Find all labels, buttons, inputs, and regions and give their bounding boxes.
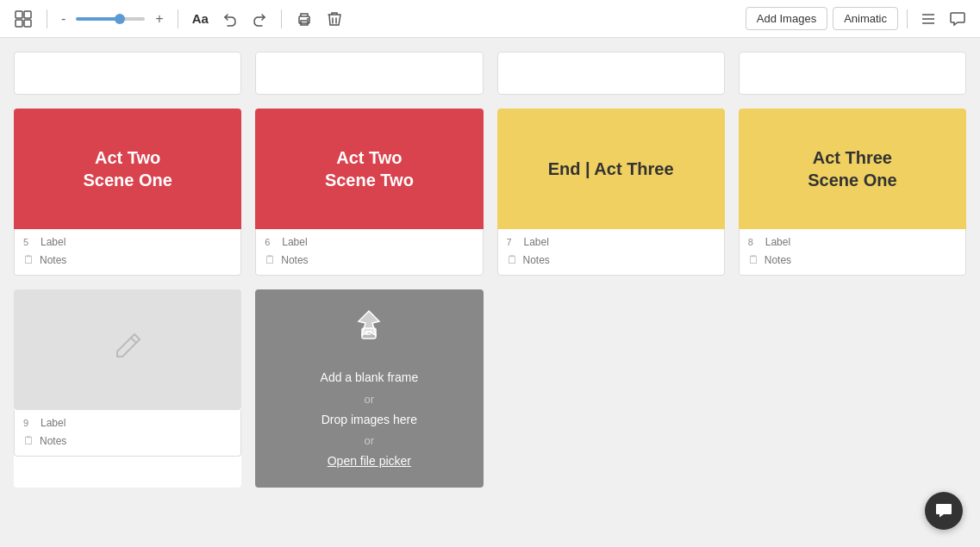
- svg-rect-3: [24, 20, 31, 27]
- card-6-label-input[interactable]: [282, 236, 473, 248]
- card-9-label-row: 9: [23, 417, 232, 429]
- chat-fab-button[interactable]: [925, 492, 963, 530]
- svg-rect-0: [16, 11, 22, 18]
- card-9-number: 9: [23, 418, 35, 428]
- card-7-label-input[interactable]: [524, 236, 715, 248]
- divider-4: [907, 9, 908, 28]
- print-icon[interactable]: [292, 7, 316, 31]
- zoom-out-button[interactable]: -: [58, 9, 69, 28]
- card-8-number: 8: [748, 237, 760, 247]
- svg-rect-9: [362, 328, 376, 339]
- card-5-label-input[interactable]: [41, 236, 232, 248]
- card-9-label-input[interactable]: [41, 417, 232, 429]
- card-7-label-row: 7: [507, 236, 715, 248]
- card-5-notes-input[interactable]: [40, 254, 232, 266]
- card-8-meta: 8 🗒: [739, 229, 966, 276]
- card-5-number: 5: [23, 237, 35, 247]
- card-7-title: End | Act Three: [548, 158, 674, 180]
- card-8-notes-input[interactable]: [765, 254, 957, 266]
- card-6-image[interactable]: Act Two Scene Two: [255, 109, 483, 229]
- svg-rect-1: [24, 11, 31, 18]
- card-8-label-input[interactable]: [765, 236, 957, 248]
- card-7-meta: 7 🗒: [497, 229, 725, 276]
- card-9: 9 🗒: [14, 289, 241, 488]
- card-7-notes-input[interactable]: [523, 254, 715, 266]
- zoom-slider[interactable]: [76, 17, 145, 21]
- empty-slot-4: [739, 289, 966, 488]
- card-7-image[interactable]: End | Act Three: [497, 109, 725, 229]
- card-8: Act Three Scene One 8 🗒: [739, 109, 966, 276]
- font-button[interactable]: Aa: [189, 9, 212, 28]
- toolbar: - + Aa: [0, 0, 980, 38]
- partial-card-2: [255, 52, 483, 95]
- card-5-label-row: 5: [23, 236, 232, 248]
- card-8-title: Act Three Scene One: [808, 146, 896, 191]
- trash-icon[interactable]: [323, 7, 346, 31]
- card-7: End | Act Three 7 🗒: [497, 109, 725, 276]
- card-6-notes-row: 🗒: [265, 253, 473, 266]
- svg-point-5: [307, 18, 309, 20]
- card-6-notes-icon: 🗒: [265, 253, 276, 266]
- card-5-title: Act Two Scene One: [83, 146, 172, 191]
- card-6-notes-input[interactable]: [281, 254, 473, 266]
- bottom-row: 9 🗒: [14, 289, 966, 488]
- card-9-notes-row: 🗒: [23, 434, 232, 447]
- drop-zone-text: Add a blank frame or Drop images here or…: [321, 367, 419, 472]
- card-8-image[interactable]: Act Three Scene One: [739, 109, 966, 229]
- divider-2: [178, 9, 178, 28]
- comments-icon[interactable]: [946, 7, 970, 31]
- drop-zone-drop-text: Drop images here: [321, 409, 419, 431]
- drop-zone-main-text: Add a blank frame: [321, 367, 419, 388]
- partial-cards-row: [14, 52, 966, 95]
- card-9-notes-input[interactable]: [40, 435, 232, 447]
- drop-zone-or-1: or: [321, 389, 419, 409]
- card-7-notes-row: 🗒: [507, 253, 715, 266]
- drop-zone-icon: [346, 304, 391, 357]
- drop-zone[interactable]: Add a blank frame or Drop images here or…: [255, 289, 483, 488]
- open-file-picker-link[interactable]: Open file picker: [321, 451, 419, 472]
- card-7-notes-icon: 🗒: [507, 253, 518, 266]
- card-5-notes-row: 🗒: [23, 253, 232, 266]
- svg-rect-2: [16, 20, 22, 27]
- card-7-number: 7: [507, 237, 519, 247]
- redo-button[interactable]: [248, 8, 271, 30]
- card-6-label-row: 6: [265, 236, 473, 248]
- zoom-in-button[interactable]: +: [152, 9, 166, 28]
- partial-card-1: [14, 52, 241, 95]
- drop-zone-or-2: or: [321, 431, 419, 451]
- main-content: Act Two Scene One 5 🗒 Act Two Scene Two: [0, 38, 980, 547]
- card-9-meta: 9 🗒: [14, 410, 241, 457]
- add-images-button[interactable]: Add Images: [746, 7, 827, 30]
- cards-row-1: Act Two Scene One 5 🗒 Act Two Scene Two: [14, 109, 966, 276]
- partial-card-4: [739, 52, 966, 95]
- animatic-button[interactable]: Animatic: [833, 7, 898, 30]
- card-6-meta: 6 🗒: [255, 229, 483, 276]
- card-5: Act Two Scene One 5 🗒: [14, 109, 241, 276]
- card-8-notes-icon: 🗒: [748, 253, 759, 266]
- card-6: Act Two Scene Two 6 🗒: [255, 109, 483, 276]
- card-6-title: Act Two Scene Two: [325, 146, 414, 191]
- toolbar-left: - + Aa: [10, 6, 739, 32]
- list-view-icon[interactable]: [916, 7, 940, 31]
- empty-slot-3: [497, 289, 725, 488]
- pencil-icon: [110, 329, 145, 370]
- card-8-notes-row: 🗒: [748, 253, 957, 266]
- divider-3: [281, 9, 282, 28]
- drop-zone-card: Add a blank frame or Drop images here or…: [255, 289, 483, 488]
- card-8-label-row: 8: [748, 236, 957, 248]
- card-5-meta: 5 🗒: [14, 229, 241, 276]
- card-5-notes-icon: 🗒: [23, 253, 34, 266]
- grid-view-icon[interactable]: [10, 6, 36, 32]
- partial-card-3: [497, 52, 725, 95]
- card-5-image[interactable]: Act Two Scene One: [14, 109, 241, 229]
- divider-1: [47, 9, 47, 28]
- toolbar-right: Add Images Animatic: [746, 7, 970, 31]
- card-9-blank-frame[interactable]: [14, 289, 241, 410]
- card-6-number: 6: [265, 237, 277, 247]
- undo-button[interactable]: [219, 8, 241, 30]
- card-9-notes-icon: 🗒: [23, 434, 34, 447]
